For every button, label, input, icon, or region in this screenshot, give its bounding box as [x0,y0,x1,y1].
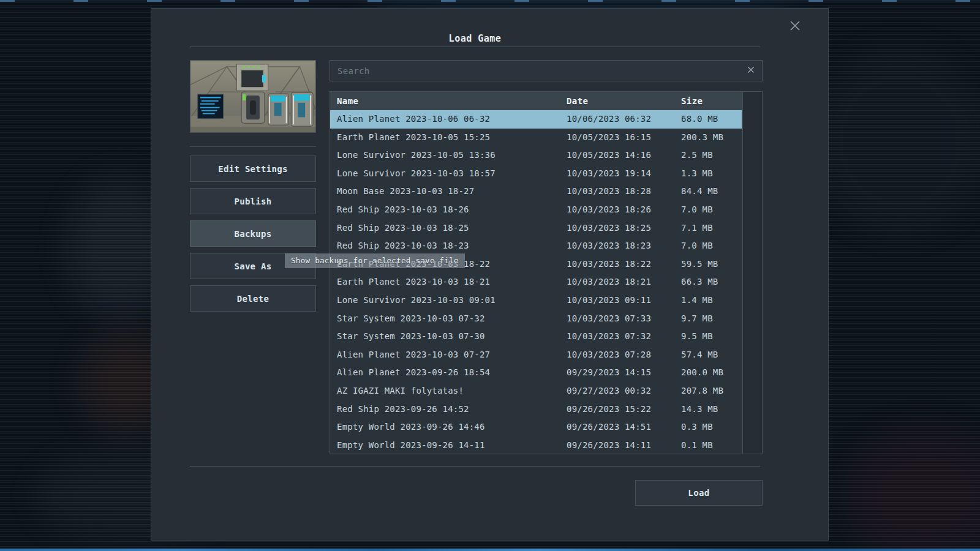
sidebar-button-label: Edit Settings [218,164,287,174]
background-ship-red [845,429,980,551]
load-game-dialog: Load Game [151,8,829,541]
sidebar-button-label: Save As [234,261,271,271]
close-button[interactable] [786,18,804,36]
sidebar-button-label: Delete [237,294,269,304]
sidebar-button-publish[interactable]: Publish [190,188,316,214]
clear-search-icon [745,64,756,78]
save-list-row[interactable]: Earth Planet 2023-10-05 15:25 10/05/2023… [330,129,742,147]
preview-scene [190,61,315,132]
sidebar-button-backups[interactable]: Backups [190,220,316,247]
sidebar-button-label: Publish [234,197,271,206]
save-list-row[interactable]: Star System 2023-10-03 07-32 10/03/2023 … [330,310,742,328]
sidebar-button-edit-settings[interactable]: Edit Settings [190,156,316,182]
bottom-accent-bar [0,549,980,551]
close-icon [788,18,802,36]
sidebar-divider [190,146,316,147]
save-list-row[interactable]: Alien Planet 2023-09-26 18:54 09/29/2023… [330,364,742,382]
background-ship-grey [815,49,980,233]
save-list-row[interactable]: Lone Survivor 2023-10-03 09:01 10/03/202… [330,291,742,310]
save-list-row[interactable]: Alien Planet 2023-10-03 07-27 10/03/2023… [330,346,742,364]
save-list-row[interactable]: Lone Survivor 2023-10-03 18:57 10/03/202… [330,165,742,183]
save-list-row[interactable]: Red Ship 2023-10-03 18-26 10/03/2023 18:… [330,201,742,219]
save-list-table: Name Date Size Alien Planet 2023-10-06 0… [330,91,763,454]
save-list-row[interactable]: Red Ship 2023-10-03 18-25 10/03/2023 18:… [330,219,742,238]
top-accent-dashes [0,0,980,2]
save-list-row[interactable]: Red Ship 2023-10-03 18-23 10/03/2023 18:… [330,237,742,255]
save-list-row[interactable]: Empty World 2023-09-26 14:46 09/26/2023 … [330,418,742,437]
clear-search-button[interactable] [745,65,757,77]
save-list-row[interactable]: Empty World 2023-09-26 14-11 09/26/2023 … [330,437,742,455]
sidebar-button-delete[interactable]: Delete [190,285,316,312]
sidebar-button-label: Backups [234,229,271,239]
scrollbar-track[interactable] [743,92,762,454]
save-list-row[interactable]: Star System 2023-10-03 07-30 10/03/2023 … [330,328,742,346]
save-list-row[interactable]: Lone Survivor 2023-10-05 13:36 10/05/202… [330,146,742,165]
save-list-row[interactable]: AZ IGAZI MAKI folytatas! 09/27/2023 00:3… [330,382,742,400]
search-box [330,60,763,81]
dialog-title: Load Game [190,33,760,44]
column-header-date[interactable]: Date [567,92,588,110]
column-header-size[interactable]: Size [681,92,703,110]
save-list-body: Alien Planet 2023-10-06 06-32 10/06/2023… [330,110,742,455]
save-list-row[interactable]: Red Ship 2023-09-26 14:52 09/26/2023 15:… [330,400,742,419]
save-list-row[interactable]: Moon Base 2023-10-03 18-27 10/03/2023 18… [330,182,742,201]
save-list-row[interactable]: Earth Planet 2023-10-03 18-21 10/03/2023… [330,273,742,291]
search-input[interactable] [330,61,762,81]
save-list-row[interactable]: Alien Planet 2023-10-06 06-32 10/06/2023… [330,110,742,129]
title-divider [190,47,760,47]
load-button-label: Load [688,488,709,498]
load-button[interactable]: Load [635,480,763,506]
tooltip: Show backups for selected save file [285,253,465,268]
footer-divider [190,466,760,467]
save-preview-thumbnail [190,60,316,133]
save-list-header: Name Date Size [330,92,762,110]
column-header-name[interactable]: Name [337,92,358,110]
